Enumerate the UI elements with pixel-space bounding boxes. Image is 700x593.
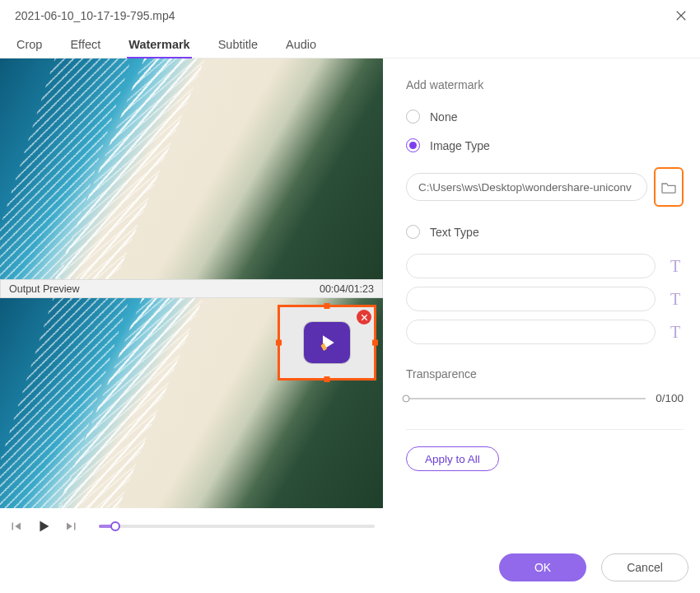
watermark-overlay[interactable] [278,305,376,381]
browse-button[interactable] [654,167,684,207]
transparence-value: 0/100 [656,392,684,404]
tab-watermark[interactable]: Watermark [127,33,191,58]
transparence-slider[interactable] [406,398,646,399]
watermark-thumbnail[interactable] [304,322,350,363]
radio-icon [406,138,420,152]
next-frame-button[interactable] [64,519,79,534]
radio-text-type[interactable]: Text Type [406,225,684,239]
tab-crop[interactable]: Crop [15,33,44,58]
apply-to-all-button[interactable]: Apply to All [406,446,499,471]
tab-effect[interactable]: Effect [68,33,102,58]
radio-icon [406,110,420,124]
radio-icon [406,225,420,239]
radio-image-type[interactable]: Image Type [406,138,684,152]
radio-text-label: Text Type [430,226,479,239]
text-style-1-button[interactable]: T [667,257,684,276]
remove-watermark-icon[interactable] [357,310,371,325]
radio-none[interactable]: None [406,110,684,124]
output-preview-bar: Output Preview 00:04/01:23 [0,279,383,298]
player-controls [0,508,383,544]
cancel-button[interactable]: Cancel [601,553,688,581]
close-icon[interactable] [674,8,688,23]
text-style-3-button[interactable]: T [667,323,684,342]
text-line-3-input[interactable] [406,320,656,344]
prev-frame-button[interactable] [8,519,23,534]
ok-button[interactable]: OK [499,553,586,581]
tab-subtitle[interactable]: Subtitle [217,33,259,58]
preview-timestamp: 00:04/01:23 [320,283,374,295]
tab-bar: Crop Effect Watermark Subtitle Audio [0,30,700,58]
output-preview [0,298,383,508]
play-button[interactable] [35,517,53,535]
image-path-input[interactable]: C:\Users\ws\Desktop\wondershare-uniconv [406,173,647,201]
radio-none-label: None [430,110,457,124]
text-line-1-input[interactable] [406,254,656,278]
text-style-2-button[interactable]: T [667,290,684,309]
tab-audio[interactable]: Audio [284,33,318,58]
playback-slider[interactable] [99,525,375,528]
folder-icon [660,180,677,194]
output-preview-label: Output Preview [9,283,79,295]
window-title: 2021-06-10_10-17-19-795.mp4 [15,9,175,22]
transparence-label: Transparence [406,367,684,381]
text-line-2-input[interactable] [406,287,656,311]
radio-image-label: Image Type [430,139,490,152]
panel-title: Add watermark [406,78,684,91]
original-preview [0,58,383,279]
